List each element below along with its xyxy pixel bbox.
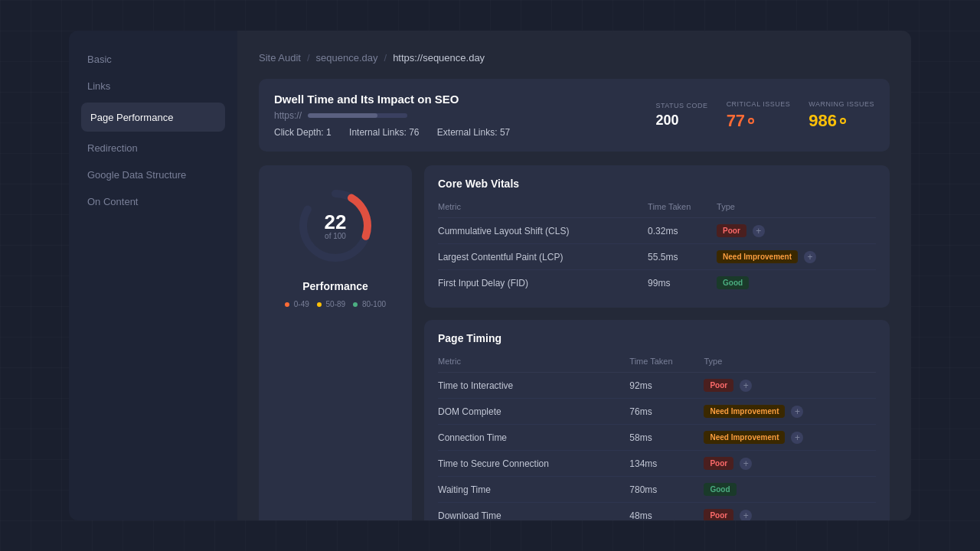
url-progress-fill <box>308 113 377 118</box>
pt-metric-0: Time to Interactive <box>438 373 629 399</box>
core-web-vitals-card: Core Web Vitals Metric Time Taken Type C… <box>424 165 890 308</box>
core-web-vitals-table: Metric Time Taken Type Cummulative Layou… <box>438 199 876 295</box>
page-timing-table: Metric Time Taken Type Time to Interacti… <box>438 354 876 520</box>
url-progress-bar <box>308 113 407 118</box>
pt-metric-5: Download Time <box>438 503 629 521</box>
main-content: Site Audit / sequence.day / https://sequ… <box>237 31 911 520</box>
pt-time-2: 58ms <box>629 425 704 451</box>
performance-panel: 22 of 100 Performance 0-49 50-89 <box>259 165 412 520</box>
pt-type-2: Need Improvement + <box>704 425 876 451</box>
pt-badge-0: Poor <box>704 379 733 392</box>
cwv-col-type: Type <box>717 199 876 218</box>
legend-dot-good <box>353 302 358 307</box>
internal-links-value: 76 <box>409 127 419 138</box>
add-btn[interactable]: + <box>740 458 752 470</box>
gauge-total: of 100 <box>325 232 347 240</box>
cwv-type-0: Poor + <box>717 218 876 244</box>
breadcrumb-url[interactable]: https://sequence.day <box>393 52 485 64</box>
cwv-metric-0: Cummulative Layout Shift (CLS) <box>438 218 648 244</box>
add-btn[interactable]: + <box>791 406 803 418</box>
gauge-value: 22 <box>325 212 347 232</box>
pt-type-4: Good <box>704 477 876 503</box>
pt-badge-2: Need Improvement <box>704 431 785 444</box>
warning-dot <box>840 118 846 124</box>
critical-issues-value: 77 <box>727 111 791 131</box>
add-btn[interactable]: + <box>740 380 752 392</box>
legend-dot-poor <box>285 302 289 307</box>
sidebar-item-on-content[interactable]: On Content <box>69 188 237 215</box>
pt-metric-4: Waiting Time <box>438 477 629 503</box>
cwv-type-1: Need Improvement + <box>717 244 876 270</box>
warning-issues-item: WARNING ISSUES 986 <box>808 100 874 131</box>
status-group: STATUS CODE 200 CRITICAL ISSUES 77 WARNI… <box>655 100 874 131</box>
status-code-label: STATUS CODE <box>655 102 707 109</box>
external-links-label: External Links: <box>437 127 498 138</box>
page-timing-title: Page Timing <box>438 332 876 344</box>
performance-legend: 0-49 50-89 80-100 <box>285 300 386 308</box>
pt-time-5: 48ms <box>629 503 704 521</box>
cwv-time-2: 99ms <box>648 270 717 296</box>
breadcrumb-sequence[interactable]: sequence.day <box>316 52 378 64</box>
pt-badge-3: Poor <box>704 457 733 470</box>
pt-col-metric: Metric <box>438 354 629 373</box>
url-prefix: https:// <box>274 110 302 121</box>
cwv-metric-2: First Input Delay (FID) <box>438 270 648 296</box>
url-bar: https:// <box>274 110 510 121</box>
add-btn[interactable]: + <box>753 225 765 237</box>
add-btn[interactable]: + <box>804 251 816 263</box>
status-code-value: 200 <box>655 112 707 129</box>
pt-time-3: 134ms <box>629 451 704 477</box>
table-row: Download Time 48ms Poor + <box>438 503 876 521</box>
internal-links-label: Internal Links: <box>349 127 407 138</box>
sidebar-item-basic[interactable]: Basic <box>69 46 237 73</box>
tables-panel: Core Web Vitals Metric Time Taken Type C… <box>424 165 890 520</box>
pt-type-3: Poor + <box>704 451 876 477</box>
pt-time-0: 92ms <box>629 373 704 399</box>
page-header-card: Dwell Time and Its Impact on SEO https:/… <box>259 79 890 152</box>
pt-type-0: Poor + <box>704 373 876 399</box>
sidebar-item-links[interactable]: Links <box>69 73 237 99</box>
breadcrumb-sep1: / <box>307 52 310 64</box>
page-title: Dwell Time and Its Impact on SEO <box>274 93 510 106</box>
table-row: Connection Time 58ms Need Improvement + <box>438 425 876 451</box>
table-row: Cummulative Layout Shift (CLS) 0.32ms Po… <box>438 218 876 244</box>
sidebar-item-google-data-structure[interactable]: Google Data Structure <box>69 161 237 188</box>
legend-label-good: 80-100 <box>362 300 386 308</box>
pt-metric-3: Time to Secure Connection <box>438 451 629 477</box>
cwv-badge-0: Poor <box>717 224 746 237</box>
legend-dot-mid <box>317 302 322 307</box>
breadcrumb-site-audit[interactable]: Site Audit <box>259 52 301 64</box>
warning-issues-value: 986 <box>808 111 874 131</box>
pt-type-1: Need Improvement + <box>704 399 876 425</box>
legend-item-good: 80-100 <box>353 300 386 308</box>
critical-issues-label: CRITICAL ISSUES <box>727 100 791 108</box>
table-row: Time to Secure Connection 134ms Poor + <box>438 451 876 477</box>
status-code-item: STATUS CODE 200 <box>655 102 707 129</box>
pt-metric-2: Connection Time <box>438 425 629 451</box>
add-btn[interactable]: + <box>791 432 803 444</box>
cwv-col-metric: Metric <box>438 199 648 218</box>
cwv-time-0: 0.32ms <box>648 218 717 244</box>
core-web-vitals-title: Core Web Vitals <box>438 178 876 190</box>
pt-badge-4: Good <box>704 483 736 496</box>
cwv-badge-1: Need Improvement <box>717 250 798 263</box>
breadcrumb: Site Audit / sequence.day / https://sequ… <box>259 52 890 64</box>
pt-badge-1: Need Improvement <box>704 405 785 418</box>
sidebar-item-page-performance[interactable]: Page Performance <box>81 103 225 132</box>
pt-type-5: Poor + <box>704 503 876 521</box>
bottom-panels: 22 of 100 Performance 0-49 50-89 <box>259 165 890 520</box>
click-depth-value: 1 <box>326 127 332 138</box>
pt-metric-1: DOM Complete <box>438 399 629 425</box>
add-btn[interactable]: + <box>740 510 752 521</box>
table-row: Time to Interactive 92ms Poor + <box>438 373 876 399</box>
cwv-badge-2: Good <box>717 276 749 289</box>
pt-col-time: Time Taken <box>629 354 704 373</box>
sidebar: Basic Links Page Performance Redirection… <box>69 31 237 520</box>
pt-time-4: 780ms <box>629 477 704 503</box>
table-row: First Input Delay (FID) 99ms Good <box>438 270 876 296</box>
gauge-wrapper: 22 of 100 <box>293 184 377 268</box>
page-meta: Click Depth: 1 Internal Links: 76 Extern… <box>274 127 510 138</box>
sidebar-item-redirection[interactable]: Redirection <box>69 135 237 161</box>
pt-col-type: Type <box>704 354 876 373</box>
legend-label-mid: 50-89 <box>326 300 346 308</box>
